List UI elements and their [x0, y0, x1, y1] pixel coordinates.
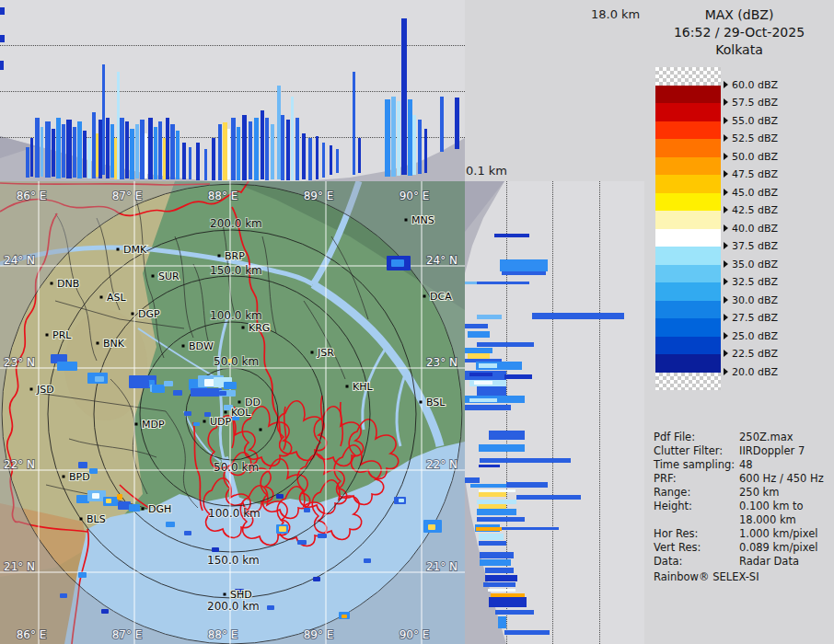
svg-text:87° E: 87° E	[112, 190, 143, 202]
scale-band	[655, 139, 721, 157]
svg-text:24° N: 24° N	[426, 254, 458, 267]
echo-bar	[154, 127, 157, 179]
echo-bar	[271, 124, 274, 179]
echo-bar	[77, 121, 82, 178]
echo-bar	[242, 115, 247, 180]
city-label-krg: KRG	[249, 322, 270, 334]
echo-bar	[502, 271, 546, 275]
svg-text:23° N: 23° N	[4, 356, 35, 369]
echo-bar	[455, 98, 459, 149]
tick-arrow-icon	[724, 153, 728, 160]
height-gridline	[0, 91, 465, 92]
tick-arrow-icon	[724, 170, 728, 178]
echo-bar	[477, 315, 502, 319]
echo-bar	[468, 331, 490, 338]
range-ring-label: 50.0 km	[214, 461, 259, 474]
echo-bar	[102, 64, 105, 175]
range-ring-label: 100.0 km	[210, 309, 262, 322]
scale-band	[655, 193, 721, 212]
echo-bar	[485, 568, 514, 573]
city-label-mns: MNS	[411, 214, 434, 226]
info-value: 18.000 km	[739, 513, 796, 526]
tick-arrow-icon	[724, 278, 728, 285]
radar-map-panel: 200.0 km150.0 km100.0 km50.0 km50.0 km10…	[0, 181, 465, 644]
tick-arrow-icon	[724, 134, 728, 142]
svg-text:86° E: 86° E	[17, 190, 47, 202]
height-gridline	[599, 181, 600, 644]
echo-bar	[158, 121, 162, 179]
tick-arrow-icon	[724, 98, 728, 106]
city-label-khl: KHL	[353, 381, 373, 393]
tick-arrow-icon	[724, 368, 728, 375]
echo-bar	[477, 282, 529, 284]
city-label-jsr: JSR	[317, 347, 334, 359]
echo-bar	[135, 124, 139, 178]
city-label-dgh: DGH	[148, 503, 171, 515]
scale-tick: 40.0 dBZ	[724, 223, 778, 235]
echo-bar	[504, 630, 550, 635]
info-value: 0.100 km to	[739, 500, 804, 512]
info-label: PRF:	[654, 472, 677, 485]
echo-bar	[465, 405, 511, 410]
scale-band	[655, 247, 721, 265]
svg-text:23° N: 23° N	[426, 356, 458, 369]
echo-bar	[281, 115, 284, 180]
echo-bar	[477, 517, 525, 522]
scale-band	[655, 157, 721, 176]
echo-bar	[500, 259, 548, 271]
echo-bar	[66, 120, 72, 178]
scale-band	[655, 373, 721, 391]
top-height-profile-panel	[0, 0, 465, 181]
height-axis-min-label: 0.1 km	[466, 164, 507, 178]
scale-band	[655, 354, 721, 373]
city-label-dmk: DMK	[123, 244, 147, 256]
svg-text:89° E: 89° E	[304, 628, 334, 641]
echo-bar	[385, 99, 390, 177]
echo-bar	[322, 143, 325, 178]
echo-bar	[73, 127, 76, 178]
range-ring-label: 150.0 km	[207, 554, 260, 567]
echo-bar	[45, 121, 51, 178]
echo-bar	[469, 398, 497, 402]
echo-bar	[474, 381, 492, 385]
echo-bar	[316, 136, 319, 179]
info-label: Data:	[654, 555, 682, 568]
city-label-sur: SUR	[158, 270, 180, 282]
echo-bar	[237, 127, 240, 180]
tick-arrow-icon	[724, 189, 728, 196]
echo-bar	[480, 559, 511, 566]
echo-bar	[265, 118, 269, 180]
tick-arrow-icon	[724, 117, 728, 124]
city-label-bnk: BNK	[103, 338, 125, 350]
scale-band	[655, 229, 721, 247]
echo-bar	[440, 97, 444, 152]
scale-band	[655, 265, 721, 283]
echo-bar	[495, 610, 534, 615]
echo-bar	[249, 121, 252, 179]
info-label: Pdf File:	[654, 431, 695, 443]
height-gridline	[0, 45, 465, 46]
city-label-dca: DCA	[430, 291, 452, 303]
echo-bar	[391, 97, 396, 177]
echo-bar	[30, 138, 33, 177]
echo-bar	[479, 492, 506, 497]
scale-tick: 32.5 dBZ	[724, 276, 778, 288]
scale-tick: 47.5 dBZ	[724, 168, 778, 180]
city-label-bdw: BDW	[189, 340, 214, 352]
echo-bar	[170, 124, 175, 179]
echo-bar	[308, 138, 312, 180]
scale-tick: 30.0 dBZ	[724, 294, 778, 306]
tick-arrow-icon	[724, 242, 728, 249]
scale-band	[655, 337, 721, 355]
info-value: 0.089 km/pixel	[739, 541, 818, 554]
echo-bar	[35, 118, 40, 178]
echo-bar	[196, 143, 200, 180]
scale-band	[655, 211, 721, 229]
echo-bar	[286, 120, 290, 180]
echo-bar	[506, 482, 548, 488]
city-label-kol: KOL	[231, 407, 251, 419]
echo-bar	[87, 138, 91, 178]
city-label-udp: UDP	[210, 416, 232, 428]
scale-band	[655, 86, 721, 104]
echo-bar	[302, 133, 306, 179]
